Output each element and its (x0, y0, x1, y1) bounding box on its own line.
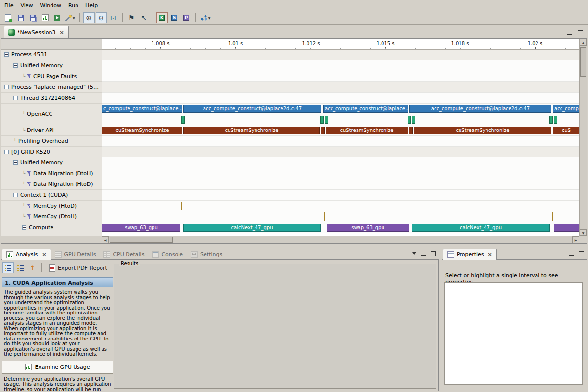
interval-swap-63-gpu[interactable]: swap_63_gpu (102, 224, 180, 232)
tree-item-unified-memory[interactable]: Unified Memory (1, 60, 102, 71)
memcpy-interval[interactable] (409, 202, 409, 210)
tree-item-0-grid-k520[interactable]: [0] GRID K520 (1, 147, 102, 157)
menu-file[interactable]: File (1, 1, 17, 10)
flag-marker-button[interactable]: ⚑ (126, 12, 137, 23)
scroll-right-icon[interactable]: ▶ (572, 236, 579, 243)
save-button[interactable] (15, 12, 26, 23)
tree-item-memcpy-dtoh[interactable]: └MemCpy (DtoH) (1, 211, 102, 222)
zoom-in-button[interactable]: ⊕ (83, 12, 95, 23)
settings-wand-button[interactable]: ▼ (64, 12, 77, 23)
menu-run[interactable]: Run (65, 1, 82, 10)
interval-custreamsynchronize[interactable]: cuStreamSynchronize (414, 127, 551, 134)
memcpy-interval[interactable] (552, 212, 553, 221)
tab-session[interactable]: *NewSession3 × (4, 26, 69, 38)
openacc-event-marker[interactable] (412, 116, 415, 124)
interval-cus[interactable]: cuS (553, 127, 579, 134)
unguided-analysis-toggle[interactable] (15, 262, 26, 273)
guided-analysis-toggle[interactable] (2, 262, 14, 273)
save-all-button[interactable] (27, 12, 38, 23)
minimize-icon[interactable] (569, 251, 574, 256)
maximize-icon[interactable] (578, 30, 583, 35)
openacc-event-marker[interactable] (181, 116, 185, 124)
collapse-toggle-icon[interactable] (13, 96, 18, 100)
interval-segment[interactable] (409, 127, 413, 134)
close-icon[interactable]: × (488, 251, 492, 258)
interval-calcnext-47-gpu[interactable]: calcNext_47_gpu (183, 224, 321, 232)
tree-item-data-migration-htod[interactable]: └Data Migration (HtoD) (1, 179, 102, 190)
tree-item-data-migration-dtoh[interactable]: └Data Migration (DtoH) (1, 168, 102, 179)
tree-item-thread-3172140864[interactable]: Thread 3172140864 (1, 93, 102, 104)
interval-custreamsynchronize[interactable]: cuStreamSynchronize (183, 127, 320, 134)
tab-console[interactable]: Console (148, 249, 187, 260)
tab-settings[interactable]: Settings (187, 249, 226, 260)
interval-acc-compute-construct-laplace2d-c-47[interactable]: acc_compute_construct@laplace2d.c:47 (409, 105, 551, 113)
interval-acc-compute-construct-laplace2d-c-47[interactable]: acc_compute_construct@laplace2d.c:47 (183, 105, 321, 113)
interval-custreamsynchronize[interactable]: cuStreamSynchronize (326, 127, 408, 134)
openacc-event-marker[interactable] (320, 116, 324, 124)
zoom-fit-button[interactable]: ⊡ (108, 12, 119, 23)
settings-wand-icon-caret[interactable]: ▼ (73, 16, 75, 20)
back-button[interactable]: ↑ (27, 262, 38, 273)
interval-calcnext-47-gpu[interactable]: calcNext_47_gpu (412, 224, 550, 232)
tree-item-process-laplace-managed-538[interactable]: Process "laplace_managed" (538) (1, 82, 102, 93)
tree-item-unified-memory[interactable]: Unified Memory (1, 157, 102, 168)
prev-marker-button[interactable]: ↖ (138, 12, 150, 23)
guided-analysis-icon-caret[interactable]: ▼ (208, 16, 211, 20)
scroll-up-icon[interactable]: ▲ (580, 39, 587, 46)
interval-c-compute-construct-laplace[interactable]: c_compute_construct@laplace... (102, 105, 182, 113)
tab-cpu-details[interactable]: CPU Details (100, 249, 148, 260)
tab-properties[interactable]: Properties× (443, 249, 497, 260)
scroll-down-icon[interactable]: ▼ (580, 229, 587, 236)
maximize-icon[interactable] (431, 251, 436, 256)
tree-item-compute[interactable]: Compute (1, 222, 102, 233)
profile-application-button[interactable] (39, 12, 51, 23)
export-pdf-button[interactable]: Export PDF Report (45, 262, 111, 273)
tree-item-context-1-cuda[interactable]: Context 1 (CUDA) (1, 190, 102, 201)
interval-acc-comp[interactable]: acc_comp... (553, 105, 579, 113)
interval-acc-compute-construct-laplace[interactable]: acc_compute_construct@laplace... (323, 105, 408, 113)
menu-help[interactable]: Help (82, 1, 101, 10)
menu-view[interactable]: View (17, 1, 36, 10)
minimize-icon[interactable] (567, 30, 572, 35)
openacc-event-marker[interactable] (549, 116, 553, 124)
tree-item-profiling-overhead[interactable]: └Profiling Overhead (1, 136, 102, 147)
tree-item-driver-api[interactable]: └Driver API (1, 125, 102, 136)
guided-analysis-button[interactable]: ▼ (199, 12, 212, 23)
interval-segment[interactable] (554, 224, 579, 232)
close-icon[interactable]: × (59, 29, 64, 36)
minimize-icon[interactable] (421, 251, 426, 256)
menu-window[interactable]: Window (37, 1, 65, 10)
process-toggle-button[interactable]: P (181, 12, 192, 23)
collapse-toggle-icon[interactable] (13, 193, 18, 197)
kernel-toggle-button[interactable]: K (156, 12, 168, 23)
tab-analysis[interactable]: Analysis× (2, 249, 51, 260)
vertical-scrollbar[interactable]: ▲ ▼ (579, 39, 587, 236)
interval-swap-63-gpu[interactable]: swap_63_gpu (327, 224, 409, 232)
tree-item-memcpy-htod[interactable]: └MemCpy (HtoD) (1, 201, 102, 211)
horizontal-scrollbar[interactable]: ◀ ▶ (102, 236, 579, 243)
maximize-icon[interactable] (579, 251, 584, 256)
examine-gpu-usage-button[interactable]: Examine GPU Usage (2, 361, 113, 374)
new-session-button[interactable] (2, 12, 14, 23)
stream-toggle-button[interactable]: S (169, 12, 180, 23)
zoom-out-button[interactable]: ⊖ (96, 12, 107, 23)
interval-segment[interactable] (321, 127, 325, 134)
openacc-event-marker[interactable] (325, 116, 328, 124)
collapse-toggle-icon[interactable] (13, 63, 18, 68)
tree-item-openacc[interactable]: └OpenACC (1, 104, 102, 125)
openacc-event-marker[interactable] (408, 116, 411, 124)
memcpy-interval[interactable] (324, 212, 325, 221)
vertical-scroll-thumb[interactable] (580, 47, 586, 77)
horizontal-scroll-thumb[interactable] (110, 237, 173, 243)
tab-gpu-details[interactable]: GPU Details (51, 249, 100, 260)
interval-custreamsynchronize[interactable]: cuStreamSynchronize (102, 127, 182, 134)
tree-item-cpu-page-faults[interactable]: └CPU Page Faults (1, 71, 102, 82)
collapse-toggle-icon[interactable] (4, 150, 9, 154)
close-icon[interactable]: × (42, 251, 46, 258)
tree-item-process-4531[interactable]: Process 4531 (1, 50, 102, 60)
collapse-toggle-icon[interactable] (4, 52, 9, 57)
collapse-toggle-icon[interactable] (4, 85, 9, 89)
view-menu-icon[interactable] (412, 252, 416, 255)
scroll-left-icon[interactable]: ◀ (102, 236, 109, 243)
openacc-event-marker[interactable] (554, 116, 557, 124)
